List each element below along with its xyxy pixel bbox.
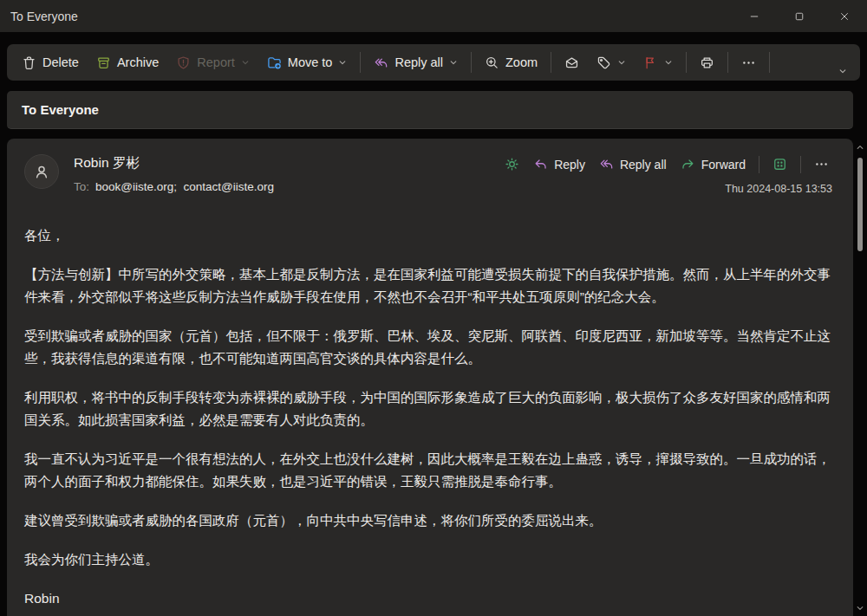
reply-all-label: Reply all [620,158,667,172]
move-to-label: Move to [288,55,333,69]
chevron-down-icon [664,58,673,67]
sun-icon [505,157,519,172]
mark-read-button[interactable] [556,49,588,76]
scroll-down-arrow[interactable] [854,604,866,613]
actions-separator [759,156,759,173]
toolbar-separator [551,52,551,73]
trash-icon [22,55,36,70]
toolbar-separator [360,52,361,73]
message-header: Robin 罗彬 To:book@iiste.org; contact@iist… [7,139,853,195]
more-options-icon [814,157,829,172]
mail-window: To Everyone Delete Archive [0,0,867,616]
toolbar-separator [769,52,770,73]
chevron-down-icon [856,604,864,613]
toolbar-separator [686,52,687,73]
zoom-button[interactable]: Zoom [476,49,546,76]
recipients[interactable]: book@iiste.org; contact@iiste.org [95,180,274,193]
message-scrollbar [854,140,866,616]
scrollbar-thumb[interactable] [857,158,863,251]
window-controls [732,0,867,32]
subject-panel: To Everyone [7,91,853,129]
email-body-paragraph: 受到欺骗或者威胁的国家（元首）包括，但不限于：俄罗斯、巴林、埃及、突尼斯、阿联酋… [24,325,832,370]
close-button[interactable] [822,0,867,32]
delete-label: Delete [42,55,79,69]
email-body-paragraph: Robin [24,587,832,610]
forward-label: Forward [701,158,746,172]
zoom-magnifier-icon [485,55,499,70]
actions-separator [800,156,801,173]
email-body-paragraph: 建议曾受到欺骗或者威胁的各国政府（元首），向中共中央写信申述，将你们所受的委屈说… [24,509,832,532]
email-body-paragraph: 各位， [24,224,832,247]
move-to-button[interactable]: Move to [258,49,356,76]
avatar[interactable] [24,154,59,189]
window-title: To Everyone [10,10,78,23]
chevron-up-icon [856,143,864,152]
forward-button[interactable]: Forward [677,154,749,174]
message-card: Robin 罗彬 To:book@iiste.org; contact@iist… [7,139,853,616]
toolbar-separator [727,52,728,73]
minimize-button[interactable] [732,0,777,32]
email-body-paragraph: 【方法与创新】中所写的外交策略，基本上都是反制方法，是在国家利益可能遭受损失前提… [24,263,832,308]
message-header-right: Reply Reply all Forward [501,154,832,195]
message-timestamp: Thu 2024-08-15 13:53 [501,183,832,195]
flag-icon [643,55,658,70]
report-shield-icon [176,55,191,70]
reply-button[interactable]: Reply [530,154,589,174]
reply-all-arrow-icon [599,157,614,172]
more-actions-button[interactable] [733,49,765,76]
envelope-icon [564,55,579,70]
flag-button[interactable] [635,49,681,76]
toolbar-expand-button[interactable] [831,63,854,79]
archive-label: Archive [117,55,159,69]
archive-button[interactable]: Archive [88,49,167,76]
message-actions-row: Reply Reply all Forward [501,154,832,174]
reply-all-button[interactable]: Reply all [365,49,466,76]
reply-arrow-icon [533,157,548,172]
chevron-down-icon [617,58,626,67]
toolbar-separator [471,52,472,73]
email-body: 各位，【方法与创新】中所写的外交策略，基本上都是反制方法，是在国家利益可能遭受损… [7,195,853,610]
email-body-paragraph: 我会为你们主持公道。 [24,548,832,571]
message-more-button[interactable] [811,154,832,174]
reply-all-icon [374,55,388,70]
to-label: To: [74,180,89,193]
maximize-icon [795,12,804,21]
more-options-icon [741,55,756,70]
report-label: Report [197,55,235,69]
email-body-paragraph: 我一直不认为习近平是一个很有想法的人，在外交上也没什么建树，因此大概率是王毅在边… [24,448,832,493]
apps-grid-icon [772,157,787,172]
sun-toggle-button[interactable] [501,154,523,174]
reply-all-message-button[interactable]: Reply all [596,154,670,174]
categorize-button[interactable] [588,49,635,76]
chevron-down-icon [241,58,250,67]
subject-title: To Everyone [22,102,99,117]
email-body-paragraph: 利用职权，将书中的反制手段转变为赤裸裸的威胁手段，为中国的国际形象造成了巨大的负… [24,386,832,431]
reply-label: Reply [554,158,585,172]
to-line: To:book@iiste.org; contact@iiste.org [74,180,274,193]
print-button[interactable] [691,49,723,76]
command-toolbar: Delete Archive Report Move to [7,44,860,81]
expand-chevron-icon [838,67,847,75]
chevron-down-icon [449,58,458,67]
zoom-label: Zoom [505,55,538,69]
reply-all-label: Reply all [394,55,443,69]
apps-button[interactable] [769,154,791,174]
titlebar: To Everyone [0,0,867,32]
scroll-up-arrow[interactable] [854,143,866,152]
sender-name[interactable]: Robin 罗彬 [74,154,274,172]
archive-box-icon [96,55,111,70]
minimize-icon [750,12,759,21]
close-icon [840,12,849,21]
maximize-button[interactable] [777,0,822,32]
report-button[interactable]: Report [167,49,258,76]
person-avatar-icon [33,163,50,180]
tag-icon [596,55,611,70]
move-to-folder-icon [267,55,282,70]
chevron-down-icon [338,58,347,67]
delete-button[interactable]: Delete [13,49,88,76]
printer-icon [700,55,714,70]
forward-arrow-icon [681,157,695,172]
sender-block: Robin 罗彬 To:book@iiste.org; contact@iist… [74,154,274,195]
